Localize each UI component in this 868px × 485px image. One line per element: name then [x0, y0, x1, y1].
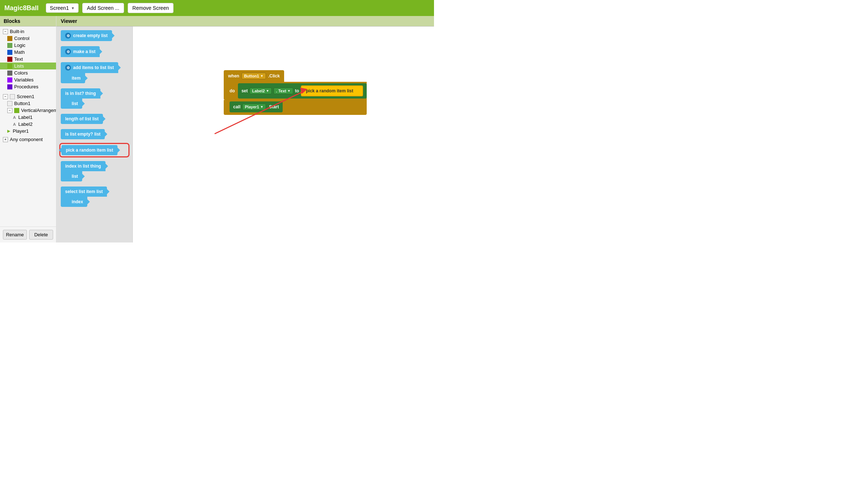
- screen-dropdown-label: Screen1: [50, 5, 69, 11]
- player1-dropdown[interactable]: Player1 ▼: [242, 104, 266, 110]
- text-color-icon: [7, 57, 12, 62]
- gear-icon: [65, 33, 71, 39]
- sidebar-item-variables[interactable]: Variables: [0, 76, 56, 83]
- block-length-of-list: length of list list: [61, 114, 128, 124]
- screen1-collapse-icon[interactable]: −: [3, 94, 8, 99]
- select-list-item-block-line1[interactable]: select list item list: [61, 187, 107, 197]
- add-screen-button[interactable]: Add Screen ...: [82, 3, 124, 13]
- block-notch-5: [100, 91, 103, 96]
- when-block[interactable]: when Button1 ▼ .Click: [224, 70, 284, 82]
- sidebar-item-player1[interactable]: ▶ Player1: [0, 128, 56, 135]
- procedures-color-icon: [7, 84, 12, 89]
- rename-button[interactable]: Rename: [3, 230, 27, 240]
- screen1-expand[interactable]: − Screen1: [0, 93, 56, 100]
- sidebar-item-label1[interactable]: A Label1: [0, 114, 56, 121]
- pick-random-yellow-label: pick a random item list: [306, 88, 353, 93]
- control-label: Control: [14, 36, 29, 41]
- main-layout: Blocks − Built-in Control Logic Math Tex…: [0, 16, 434, 242]
- pick-random-item-label: pick a random item list: [66, 148, 113, 153]
- gear-icon-3: [65, 65, 71, 71]
- player1-caret: ▼: [260, 105, 263, 109]
- index-in-list-label2: list: [72, 174, 78, 179]
- block-pick-random-item: pick a random item list: [61, 144, 128, 156]
- logic-color-icon: [7, 43, 12, 48]
- sidebar-item-logic[interactable]: Logic: [0, 42, 56, 49]
- is-list-empty-label: is list empty? list: [65, 132, 100, 137]
- is-in-list-label1: is in list? thing: [65, 91, 96, 96]
- is-in-list-block-line2[interactable]: list: [61, 99, 82, 109]
- va1-icon: [14, 108, 19, 113]
- builtin-section: − Built-in Control Logic Math Text Li: [0, 27, 56, 92]
- sidebar-item-procedures[interactable]: Procedures: [0, 83, 56, 90]
- sidebar-item-colors[interactable]: Colors: [0, 69, 56, 76]
- block-make-a-list: make a list: [61, 46, 128, 57]
- is-list-empty-block[interactable]: is list empty? list: [61, 129, 105, 139]
- delete-button[interactable]: Delete: [29, 230, 53, 240]
- anycomponent-label: Any component: [10, 137, 43, 142]
- index-in-list-label1: index in list thing: [65, 164, 101, 169]
- blocks-palette: create empty list make a list: [56, 27, 133, 242]
- index-in-list-block-line1[interactable]: index in list thing: [61, 161, 105, 171]
- block-right-notch-9: [118, 148, 120, 153]
- variables-label: Variables: [14, 77, 33, 83]
- block-select-list-item: select list item list index: [61, 187, 128, 207]
- select-list-item-label1: select list item list: [65, 189, 103, 194]
- sidebar-item-button1[interactable]: Button1: [0, 100, 56, 107]
- select-list-item-block-line2[interactable]: index: [61, 197, 87, 207]
- length-of-list-label: length of list list: [65, 116, 99, 121]
- sidebar-item-math[interactable]: Math: [0, 49, 56, 56]
- screen1-icon: [10, 94, 15, 99]
- block-notch-13: [87, 199, 90, 204]
- sidebar-item-lists[interactable]: Lists: [0, 63, 56, 69]
- sidebar-item-text[interactable]: Text: [0, 56, 56, 63]
- block-left-notch: [59, 147, 62, 153]
- va1-collapse-icon[interactable]: −: [7, 108, 12, 113]
- add-items-label2: item: [72, 76, 81, 81]
- button1-icon: [7, 101, 12, 106]
- create-empty-list-label: create empty list: [73, 33, 108, 38]
- block-notch-6: [82, 101, 85, 106]
- anycomponent-expand-icon[interactable]: +: [3, 137, 8, 142]
- call-label: call: [233, 104, 240, 109]
- call-block[interactable]: call Player1 ▼ .Start: [230, 101, 283, 112]
- sidebar-item-control[interactable]: Control: [0, 35, 56, 42]
- text-label: Text: [14, 56, 23, 62]
- create-empty-list-block[interactable]: create empty list: [61, 30, 112, 41]
- viewer-body: create empty list make a list: [56, 27, 434, 242]
- block-notch-11: [82, 174, 85, 179]
- block-notch-3: [118, 65, 121, 70]
- index-in-list-block-line2[interactable]: list: [61, 171, 82, 181]
- sidebar-item-anycomponent[interactable]: + Any component: [0, 136, 56, 143]
- add-items-block-line2[interactable]: item: [61, 73, 85, 83]
- block-create-empty-list: create empty list: [61, 30, 128, 41]
- sidebar-item-label2[interactable]: A Label2: [0, 121, 56, 128]
- blocks-label: Blocks: [0, 16, 56, 27]
- pick-random-yellow-block[interactable]: pick a random item list: [301, 85, 363, 96]
- gear-icon-2: [65, 49, 71, 55]
- is-in-list-block-line1[interactable]: is in list? thing: [61, 88, 100, 99]
- builtin-collapse-icon[interactable]: −: [3, 29, 8, 34]
- add-items-block-line1[interactable]: add items to list list: [61, 62, 118, 73]
- block-right-notch: [112, 33, 115, 38]
- button1-dropdown[interactable]: Button1 ▼: [242, 73, 266, 79]
- pick-random-item-block[interactable]: pick a random item list: [61, 145, 118, 155]
- screen1-section: − Screen1 Button1 − VerticalArrangement1…: [0, 92, 56, 136]
- builtin-expand[interactable]: − Built-in: [0, 28, 56, 35]
- make-a-list-block[interactable]: make a list: [61, 46, 100, 57]
- label2-icon: A: [13, 122, 16, 127]
- do-label: do: [227, 88, 238, 93]
- player1-icon: ▶: [7, 129, 10, 133]
- block-add-items: add items to list list item: [61, 62, 128, 83]
- set-block[interactable]: set Label2 ▼ . Text ▼ to pick a random i…: [238, 83, 367, 99]
- length-of-list-block[interactable]: length of list list: [61, 114, 103, 124]
- label1-icon: A: [13, 115, 16, 120]
- set-label: set: [242, 88, 248, 93]
- remove-screen-button[interactable]: Remove Screen: [128, 3, 174, 13]
- label2-dropdown[interactable]: Label2 ▼: [250, 88, 272, 94]
- sidebar-item-verticalarrangement1[interactable]: − VerticalArrangement1: [0, 107, 56, 114]
- text-property-dropdown[interactable]: . Text ▼: [274, 88, 293, 94]
- add-items-label1: add items to list list: [73, 65, 114, 70]
- screen-dropdown[interactable]: Screen1 ▼: [46, 3, 79, 13]
- lists-color-icon: [7, 64, 12, 69]
- math-label: Math: [14, 49, 25, 55]
